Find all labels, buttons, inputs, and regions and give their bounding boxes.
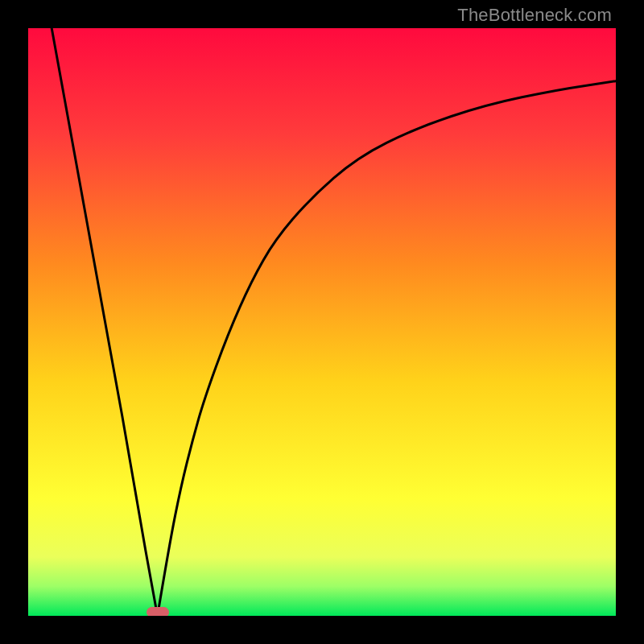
watermark-text: TheBottleneck.com bbox=[457, 5, 612, 26]
chart-frame: TheBottleneck.com bbox=[0, 0, 644, 644]
bottleneck-curve bbox=[28, 28, 616, 616]
plot-area bbox=[28, 28, 616, 616]
minimum-marker bbox=[147, 607, 169, 616]
